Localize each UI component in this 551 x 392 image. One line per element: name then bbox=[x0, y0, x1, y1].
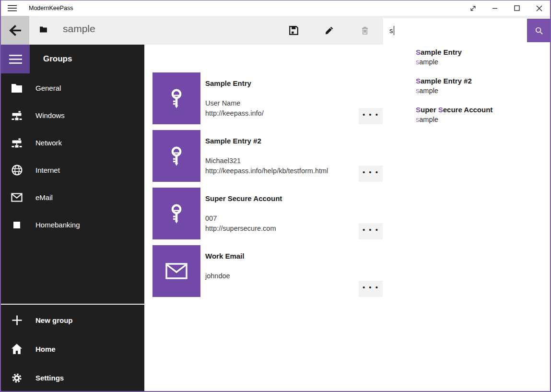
search-query-text: s bbox=[389, 18, 394, 42]
text-caret bbox=[394, 26, 395, 35]
sidebar-item-label: Settings bbox=[35, 374, 64, 382]
database-name: sample bbox=[63, 23, 95, 35]
sidebar-hamburger-button[interactable] bbox=[1, 45, 30, 73]
maximize-button[interactable] bbox=[506, 0, 528, 16]
entry-tile[interactable] bbox=[152, 72, 200, 124]
sidebar: Groups General Windows bbox=[1, 45, 144, 391]
sidebar-item-email[interactable]: eMail bbox=[1, 184, 144, 211]
edit-button[interactable] bbox=[317, 19, 340, 42]
sidebar-item-general[interactable]: General bbox=[1, 74, 144, 102]
entry-details: Michael321 http://keepass.info/help/kb/t… bbox=[205, 156, 363, 176]
sidebar-item-settings[interactable]: Settings bbox=[1, 364, 144, 392]
entry-username: 007 bbox=[205, 214, 363, 224]
delete-button[interactable] bbox=[353, 19, 376, 42]
entry-row[interactable]: Sample Entry #2 Michael321 http://keepas… bbox=[152, 130, 392, 182]
entry-url: http://keepass.info/ bbox=[205, 108, 363, 119]
window-controls bbox=[462, 0, 550, 16]
search-suggestion[interactable]: Super Secure Account sample bbox=[383, 105, 551, 134]
back-button[interactable] bbox=[1, 16, 29, 45]
entry-username: Michael321 bbox=[205, 156, 363, 166]
sidebar-item-label: Internet bbox=[35, 166, 60, 174]
close-button[interactable] bbox=[528, 0, 550, 16]
entry-url: http://keepass.info/help/kb/testform.htm… bbox=[205, 166, 363, 176]
entry-url: http://supersecure.com bbox=[205, 224, 363, 234]
sidebar-item-label: General bbox=[35, 84, 61, 92]
entry-more-button[interactable]: • • • bbox=[359, 281, 383, 297]
entry-row[interactable]: Sample Entry User Name http://keepass.in… bbox=[152, 72, 392, 124]
entry-username: johndoe bbox=[205, 271, 363, 281]
entry-row[interactable]: Work Email johndoe • • • bbox=[152, 245, 392, 297]
search-suggestion[interactable]: Sample Entry #2 sample bbox=[383, 76, 551, 105]
sidebar-item-new-group[interactable]: New group bbox=[1, 307, 144, 334]
key-icon bbox=[165, 87, 188, 109]
entry-details: User Name http://keepass.info/ bbox=[205, 98, 363, 119]
fullscreen-button[interactable] bbox=[462, 0, 484, 16]
hamburger-icon bbox=[8, 5, 17, 12]
save-icon bbox=[289, 25, 299, 36]
search-flyout: s Sample Entry sample Sample Entry #2 sa… bbox=[383, 18, 551, 144]
entry-details: 007 http://supersecure.com bbox=[205, 214, 363, 234]
entry-text: Super Secure Account 007 http://supersec… bbox=[205, 194, 363, 234]
entry-tile[interactable] bbox=[152, 188, 200, 239]
sidebar-item-home[interactable]: Home bbox=[1, 335, 144, 363]
sidebar-item-label: Homebanking bbox=[35, 221, 80, 229]
suggestion-subtitle: sample bbox=[416, 57, 551, 67]
sidebar-item-label: New group bbox=[35, 316, 73, 324]
minimize-icon bbox=[492, 5, 498, 11]
search-button[interactable] bbox=[527, 19, 551, 42]
minimize-button[interactable] bbox=[484, 0, 506, 16]
window-title: ModernKeePass bbox=[29, 0, 73, 16]
hamburger-bar bbox=[9, 55, 22, 56]
plus-icon bbox=[11, 314, 23, 327]
suggestion-title: Sample Entry #2 bbox=[416, 76, 551, 86]
gear-icon bbox=[11, 372, 23, 384]
entry-title: Sample Entry bbox=[205, 79, 363, 88]
app-window: ModernKeePass bbox=[0, 0, 551, 392]
entry-details: johndoe bbox=[205, 271, 363, 281]
entry-more-button[interactable]: • • • bbox=[359, 223, 383, 239]
key-icon bbox=[165, 202, 188, 225]
suggestion-subtitle: sample bbox=[416, 115, 551, 124]
sidebar-item-label: Windows bbox=[35, 111, 65, 119]
entry-tile[interactable] bbox=[152, 130, 200, 182]
home-icon bbox=[11, 343, 23, 356]
mail-icon bbox=[165, 262, 188, 280]
database-icon bbox=[39, 26, 47, 33]
network-icon bbox=[11, 109, 23, 122]
suggestion-subtitle: sample bbox=[416, 86, 551, 95]
folder-icon bbox=[11, 82, 23, 95]
delete-trash-icon bbox=[360, 25, 370, 36]
entry-username: User Name bbox=[205, 98, 363, 108]
entry-text: Sample Entry #2 Michael321 http://keepas… bbox=[205, 136, 363, 176]
hamburger-bar bbox=[9, 59, 22, 60]
entry-text: Sample Entry User Name http://keepass.in… bbox=[205, 79, 363, 119]
edit-pencil-icon bbox=[324, 25, 334, 36]
entry-title: Super Secure Account bbox=[205, 194, 363, 203]
ellipsis-icon: • • • bbox=[363, 227, 379, 235]
titlebar-hamburger-button[interactable] bbox=[6, 2, 18, 14]
key-icon bbox=[165, 145, 188, 167]
groups-header: Groups bbox=[43, 45, 72, 73]
sidebar-item-internet[interactable]: Internet bbox=[1, 156, 144, 184]
sidebar-item-windows[interactable]: Windows bbox=[1, 102, 144, 129]
globe-icon bbox=[11, 164, 23, 177]
network-icon bbox=[11, 137, 23, 149]
back-arrow-icon bbox=[9, 24, 22, 36]
sidebar-item-network[interactable]: Network bbox=[1, 129, 144, 156]
entry-more-button[interactable]: • • • bbox=[359, 108, 383, 124]
sidebar-item-homebanking[interactable]: Homebanking bbox=[1, 211, 144, 238]
search-icon bbox=[534, 26, 544, 36]
entry-text: Work Email johndoe bbox=[205, 251, 363, 281]
search-suggestion[interactable]: Sample Entry sample bbox=[383, 48, 551, 76]
sidebar-separator bbox=[1, 304, 144, 305]
entry-title: Sample Entry #2 bbox=[205, 136, 363, 146]
fullscreen-icon bbox=[469, 5, 477, 12]
entry-tile[interactable] bbox=[152, 245, 200, 297]
search-input[interactable]: s bbox=[383, 18, 551, 42]
square-icon bbox=[11, 219, 23, 231]
save-button[interactable] bbox=[282, 19, 305, 42]
suggestion-title: Sample Entry bbox=[416, 48, 551, 57]
entry-row[interactable]: Super Secure Account 007 http://supersec… bbox=[152, 188, 392, 239]
entry-more-button[interactable]: • • • bbox=[359, 166, 383, 182]
ellipsis-icon: • • • bbox=[363, 285, 379, 293]
